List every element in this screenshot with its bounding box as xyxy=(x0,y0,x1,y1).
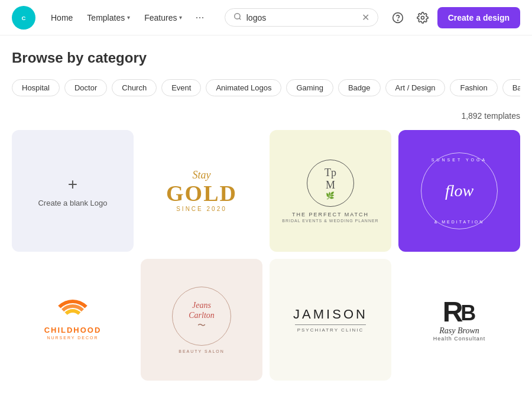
yoga-arc-bottom-text: & MEDITATION xyxy=(434,220,485,224)
pm-initials: TpM xyxy=(325,167,336,191)
search-icon xyxy=(233,12,242,22)
salon-circle: JeansCarlton 〜 xyxy=(172,287,231,346)
search-bar[interactable]: ✕ xyxy=(225,8,378,27)
yoga-arc-top-text: SUNSET YOGA xyxy=(432,158,487,162)
childhood-inner: CHILDHOOD NURSERY DECOR xyxy=(12,259,134,381)
nav-features[interactable]: Features ▾ xyxy=(138,9,188,26)
category-gaming[interactable]: Gaming xyxy=(286,79,333,96)
templates-grid: + Create a blank Logo Stay GOLD SINCE 20… xyxy=(12,130,520,381)
rasy-title: Health Consultant xyxy=(433,336,486,342)
childhood-subtitle: NURSERY DECOR xyxy=(44,336,102,340)
main-content: Browse by category Hospital Doctor Churc… xyxy=(0,35,532,393)
perfect-match-logo: TpM 🌿 THE PERFECT MATCH BRIDAL EVENTS & … xyxy=(282,160,378,223)
perfect-match-inner: TpM 🌿 THE PERFECT MATCH BRIDAL EVENTS & … xyxy=(270,130,391,252)
pm-leaf-icon: 🌿 xyxy=(326,191,335,200)
yoga-inner: SUNSET YOGA flow & MEDITATION xyxy=(398,130,520,252)
salon-subtitle: BEAUTY SALON xyxy=(172,349,231,353)
since-text: SINCE 2020 xyxy=(166,206,237,212)
create-blank-card[interactable]: + Create a blank Logo xyxy=(12,130,134,252)
rasy-initials: R B xyxy=(433,298,486,326)
blank-label: Create a blank Logo xyxy=(38,199,107,207)
template-jeans-carlton[interactable]: JeansCarlton 〜 BEAUTY SALON xyxy=(141,259,262,381)
salon-leaf-icon: 〜 xyxy=(197,320,206,331)
gold-text: GOLD xyxy=(166,181,237,206)
stay-text: Stay xyxy=(166,170,237,181)
nav-templates[interactable]: Templates ▾ xyxy=(81,9,136,26)
header: C Home Templates ▾ Features ▾ ··· ✕ xyxy=(0,0,532,35)
pm-subtitle: BRIDAL EVENTS & WEDDING PLANNER xyxy=(282,219,378,223)
features-chevron-icon: ▾ xyxy=(179,14,182,21)
jamison-divider xyxy=(295,324,366,325)
pm-circle: TpM 🌿 xyxy=(307,160,354,207)
childhood-name: CHILDHOOD xyxy=(44,326,102,334)
jamison-logo: JAMISON PSYCHIATRY CLINIC xyxy=(293,307,368,333)
plus-icon: + xyxy=(68,175,77,194)
create-design-button[interactable]: Create a design xyxy=(437,7,520,28)
category-doctor[interactable]: Doctor xyxy=(64,79,107,96)
nav-home[interactable]: Home xyxy=(45,9,79,26)
blank-card-inner: + Create a blank Logo xyxy=(12,130,134,252)
template-childhood[interactable]: CHILDHOOD NURSERY DECOR xyxy=(12,259,134,381)
settings-button[interactable] xyxy=(413,8,433,28)
svg-point-6 xyxy=(421,16,424,19)
jamison-subtitle: PSYCHIATRY CLINIC xyxy=(293,327,368,333)
header-icons: Create a design xyxy=(388,7,520,28)
template-rasy-brown[interactable]: R B Rasy Brown Health Consultant xyxy=(398,259,520,381)
more-menu-button[interactable]: ··· xyxy=(190,8,209,27)
template-stay-gold[interactable]: Stay GOLD SINCE 2020 xyxy=(141,130,262,252)
templates-chevron-icon: ▾ xyxy=(127,14,130,21)
salon-inner: JeansCarlton 〜 BEAUTY SALON xyxy=(141,259,262,381)
salon-logo: JeansCarlton 〜 BEAUTY SALON xyxy=(172,287,231,353)
rasy-logo: R B Rasy Brown Health Consultant xyxy=(433,298,486,342)
stay-gold-logo: Stay GOLD SINCE 2020 xyxy=(166,170,237,213)
template-sunset-yoga[interactable]: SUNSET YOGA flow & MEDITATION xyxy=(398,130,520,252)
category-badge[interactable]: Badge xyxy=(338,79,381,96)
childhood-logo: CHILDHOOD NURSERY DECOR xyxy=(44,300,102,340)
rasy-name-text: Rasy Brown xyxy=(433,326,486,336)
svg-point-2 xyxy=(234,14,239,19)
rainbow-icon xyxy=(52,300,93,323)
templates-count: 1,892 templates xyxy=(12,111,520,121)
jamison-inner: JAMISON PSYCHIATRY CLINIC xyxy=(270,259,391,381)
search-clear-button[interactable]: ✕ xyxy=(362,13,369,22)
category-animated-logos[interactable]: Animated Logos xyxy=(206,79,281,96)
template-perfect-match[interactable]: TpM 🌿 THE PERFECT MATCH BRIDAL EVENTS & … xyxy=(270,130,391,252)
category-event[interactable]: Event xyxy=(161,79,201,96)
category-fashion[interactable]: Fashion xyxy=(450,79,497,96)
help-button[interactable] xyxy=(388,8,408,28)
category-church[interactable]: Church xyxy=(112,79,157,96)
canva-logo[interactable]: C xyxy=(12,6,35,30)
salon-name-text: JeansCarlton xyxy=(189,301,215,321)
browse-title: Browse by category xyxy=(12,50,520,66)
svg-text:C: C xyxy=(22,14,26,21)
categories-row: Hospital Doctor Church Event Animated Lo… xyxy=(12,78,520,102)
template-jamison[interactable]: JAMISON PSYCHIATRY CLINIC xyxy=(270,259,391,381)
nav-links: Home Templates ▾ Features ▾ ··· xyxy=(45,8,209,27)
stay-gold-inner: Stay GOLD SINCE 2020 xyxy=(141,130,262,252)
search-input[interactable] xyxy=(246,13,357,22)
yoga-circle: SUNSET YOGA flow & MEDITATION xyxy=(421,152,498,229)
yoga-flow-text: flow xyxy=(445,181,473,200)
jamison-name-text: JAMISON xyxy=(293,307,368,322)
rasy-r-letter: R xyxy=(443,298,463,326)
svg-line-3 xyxy=(239,18,241,20)
pm-title: THE PERFECT MATCH xyxy=(282,212,378,217)
category-art-design[interactable]: Art / Design xyxy=(385,79,446,96)
category-band[interactable]: Band xyxy=(502,79,520,96)
yoga-logo: SUNSET YOGA flow & MEDITATION xyxy=(421,152,498,229)
rasy-b-letter: B xyxy=(460,303,476,324)
rasy-inner: R B Rasy Brown Health Consultant xyxy=(398,259,520,381)
category-hospital[interactable]: Hospital xyxy=(12,79,60,96)
